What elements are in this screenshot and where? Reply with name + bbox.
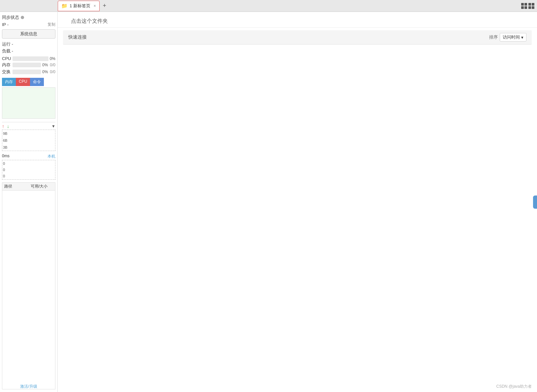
run-label: 运行 - — [2, 42, 13, 46]
tab-cpu[interactable]: CPU — [16, 78, 30, 86]
tab-memory[interactable]: 内存 — [2, 78, 16, 86]
grid-icon-area — [521, 3, 534, 9]
quick-connect-bar: 快速连接 排序 访问时间 ▾ — [63, 30, 532, 45]
quick-connect-label: 快速连接 — [68, 34, 87, 40]
sort-select[interactable]: 访问时间 ▾ — [500, 33, 526, 42]
tab-add-button[interactable]: + — [100, 2, 109, 10]
resource-tabs: 内存 CPU 命令 — [2, 78, 55, 86]
cpu-bar — [13, 56, 48, 61]
cpu-metric-row: CPU 0% — [2, 56, 55, 61]
network-section: ↑ ↓ ▼ 9B 6B 3B — [2, 124, 55, 152]
status-dot — [21, 16, 24, 19]
disk-header: 路径 可用/大小 — [2, 183, 55, 191]
ping-y3: 0 — [3, 174, 5, 178]
mem-extra: 0/0 — [50, 63, 55, 67]
tab-close-button[interactable]: × — [94, 4, 96, 8]
load-label: 负载 - — [2, 48, 13, 53]
net-y3: 3B — [3, 145, 7, 149]
sync-status: 同步状态 — [2, 15, 24, 20]
sys-info-button[interactable]: 系统信息 — [2, 29, 55, 39]
mem-metric-row: 内存 0% 0/0 — [2, 62, 55, 68]
sort-label: 排序 — [489, 34, 498, 40]
ip-label: IP - — [2, 22, 9, 27]
sync-status-label: 同步状态 — [2, 15, 19, 20]
mem-label: 内存 — [2, 62, 11, 68]
main-layout: 同步状态 IP - 复制 系统信息 运行 - 负载 - CPU 0% — [0, 12, 537, 392]
run-row: 运行 - — [2, 41, 55, 47]
ping-section: 0ms 本机 0 0 0 — [2, 154, 55, 181]
folder-hint: 点击这个文件夹 — [71, 18, 108, 24]
ip-row: IP - 复制 — [2, 22, 55, 27]
tab-1[interactable]: 📁 1 新标签页 × — [58, 1, 100, 11]
ping-header: 0ms 本机 — [2, 154, 55, 159]
net-y2: 6B — [3, 138, 7, 142]
folder-icon: 📁 — [61, 3, 68, 9]
sort-option: 访问时间 — [503, 34, 520, 40]
disk-size-col: 可用/大小 — [29, 183, 55, 190]
sidebar-footer[interactable]: 激活/升级 — [0, 384, 57, 389]
load-row: 负载 - — [2, 48, 55, 54]
swap-bar — [13, 70, 41, 74]
right-edge-indicator — [533, 196, 537, 209]
tab-bar: 📁 1 新标签页 × + — [0, 0, 537, 12]
cpu-label: CPU — [2, 56, 11, 61]
cpu-val: 0% — [50, 56, 55, 61]
resource-panel — [2, 87, 55, 119]
net-chart-labels: 9B 6B 3B — [3, 130, 7, 151]
ping-chart-labels: 0 0 0 — [3, 160, 5, 179]
mem-val: 0% — [42, 63, 48, 67]
sidebar: 同步状态 IP - 复制 系统信息 运行 - 负载 - CPU 0% — [0, 12, 58, 392]
net-arrows: ↑ ↓ — [2, 124, 9, 129]
ping-loc: 本机 — [47, 154, 55, 159]
sort-dropdown-icon: ▾ — [521, 35, 523, 40]
disk-path-col: 路径 — [2, 183, 29, 190]
ping-y1: 0 — [3, 162, 5, 166]
net-dropdown-icon[interactable]: ▼ — [51, 124, 55, 129]
grid-view-icon[interactable] — [521, 3, 527, 9]
copy-button[interactable]: 复制 — [47, 22, 55, 27]
ping-val: 0ms — [2, 154, 10, 159]
net-y1: 9B — [3, 132, 7, 136]
arrow-up-icon: ↑ — [2, 124, 4, 129]
net-header: ↑ ↓ ▼ — [2, 124, 55, 129]
tab-cmd[interactable]: 命令 — [30, 78, 44, 86]
arrow-down-icon: ↓ — [7, 124, 9, 129]
mem-bar — [13, 63, 41, 67]
activate-label[interactable]: 激活/升级 — [20, 384, 37, 389]
ping-chart: 0 0 0 — [2, 160, 55, 180]
tab-1-label: 1 新标签页 — [70, 3, 90, 9]
sort-area: 排序 访问时间 ▾ — [489, 33, 526, 42]
main-header: 点击这个文件夹 — [58, 12, 537, 28]
swap-val: 0% — [42, 70, 48, 74]
disk-section: 路径 可用/大小 — [2, 182, 55, 389]
swap-metric-row: 交换 0% 0/0 — [2, 69, 55, 75]
watermark: CSDN @java助力者 — [496, 384, 532, 389]
main-content: 点击这个文件夹 快速连接 排序 访问时间 ▾ — [58, 12, 537, 392]
sync-status-row: 同步状态 — [2, 15, 55, 20]
list-view-icon[interactable] — [528, 3, 534, 9]
net-chart: 9B 6B 3B — [2, 130, 55, 151]
ping-y2: 0 — [3, 168, 5, 172]
divider-1 — [2, 122, 55, 122]
swap-label: 交换 — [2, 69, 11, 75]
swap-extra: 0/0 — [50, 70, 55, 74]
